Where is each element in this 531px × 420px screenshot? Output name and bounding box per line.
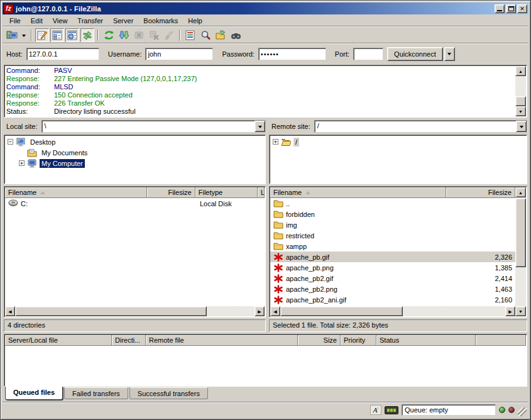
menu-help[interactable]: Help <box>183 16 207 26</box>
scroll-left-button[interactable]: ◀ <box>5 306 15 316</box>
refresh-button[interactable] <box>102 28 116 42</box>
local-horizontal-scrollbar[interactable]: ◀ ▶ <box>5 306 265 316</box>
file-panes: Local site: \ − Desktop <box>3 119 528 332</box>
log-label: Response: <box>6 99 54 108</box>
message-log-body[interactable]: Command:PASV Response:227 Entering Passi… <box>5 66 515 116</box>
site-manager-dropdown[interactable] <box>20 29 28 41</box>
file-row-c-drive[interactable]: C: Local Disk <box>5 198 265 209</box>
tree-item-my-documents[interactable]: My Documents <box>5 147 265 158</box>
file-row[interactable]: apache_pb2.gif 2,414 <box>270 273 515 284</box>
menu-transfer[interactable]: Transfer <box>73 16 107 26</box>
filter-button[interactable] <box>183 28 197 42</box>
file-row[interactable]: apache_pb2.png 1,463 <box>270 284 515 294</box>
local-site-dropdown[interactable] <box>255 121 265 132</box>
column-header-size[interactable]: Size <box>298 335 341 346</box>
tab-successful-transfers[interactable]: Successful transfers <box>129 387 208 399</box>
scroll-thumb[interactable] <box>280 306 403 316</box>
remote-vertical-scrollbar[interactable]: ▲ ▼ <box>515 187 526 316</box>
column-header-filesize[interactable]: Filesize <box>147 187 195 198</box>
my-documents-icon <box>27 148 37 157</box>
scroll-thumb[interactable] <box>515 96 526 106</box>
password-input[interactable] <box>258 48 326 60</box>
remote-tree[interactable]: + / <box>269 135 527 184</box>
file-row[interactable]: forbidden <box>270 209 515 219</box>
scroll-thumb[interactable] <box>15 306 207 316</box>
expand-icon[interactable]: + <box>19 160 25 166</box>
tree-item-my-computer[interactable]: + My Computer <box>5 158 265 169</box>
toggle-remote-tree-button[interactable] <box>65 28 79 42</box>
local-site-combobox[interactable]: \ <box>41 120 266 133</box>
menu-bookmarks[interactable]: Bookmarks <box>139 16 182 26</box>
scroll-down-button[interactable]: ▼ <box>515 106 526 116</box>
port-input[interactable] <box>353 48 383 60</box>
menu-edit[interactable]: Edit <box>26 16 47 26</box>
toggle-local-tree-button[interactable] <box>50 28 64 42</box>
file-row[interactable]: restricted <box>270 230 515 241</box>
menu-file[interactable]: File <box>5 16 25 26</box>
local-tree[interactable]: − Desktop <box>4 135 266 184</box>
resize-grip[interactable] <box>518 407 527 416</box>
column-header-remote-file[interactable]: Remote file <box>146 335 298 346</box>
cancel-operation-button[interactable] <box>132 28 146 42</box>
site-manager-button[interactable] <box>5 28 19 42</box>
collapse-icon[interactable]: − <box>8 139 13 145</box>
local-list-rows[interactable]: C: Local Disk <box>5 198 265 306</box>
cancel-icon <box>134 30 144 40</box>
column-header-priority[interactable]: Priority <box>341 335 376 346</box>
file-row[interactable]: apache_pb2_ani.gif 2,160 <box>270 294 515 305</box>
find-files-button[interactable] <box>229 28 243 42</box>
column-header-filesize[interactable]: Filesize <box>446 187 515 198</box>
filezilla-window: fz john@127.0.0.1 - FileZilla ✕ File Edi… <box>0 0 531 420</box>
scroll-left-button[interactable]: ◀ <box>270 306 280 316</box>
host-label: Host: <box>6 50 23 58</box>
remote-site-dropdown[interactable] <box>516 121 527 132</box>
quickconnect-button[interactable]: Quickconnect <box>387 47 443 61</box>
toggle-transfer-queue-button[interactable] <box>80 28 94 42</box>
maximize-button[interactable] <box>506 4 516 13</box>
column-header-last-modified[interactable]: L <box>258 187 265 198</box>
column-header-filetype[interactable]: Filetype <box>195 187 258 198</box>
scroll-up-button[interactable]: ▲ <box>515 66 526 76</box>
tree-item-root[interactable]: + / <box>270 136 526 147</box>
column-header-server-local-file[interactable]: Server/Local file <box>5 335 112 346</box>
menu-server[interactable]: Server <box>109 16 138 26</box>
directory-comparison-button[interactable] <box>199 28 212 42</box>
expand-icon[interactable]: + <box>273 139 278 145</box>
username-label: Username: <box>108 50 142 58</box>
image-file-icon <box>273 274 283 283</box>
tab-failed-transfers[interactable]: Failed transfers <box>64 387 128 399</box>
scroll-down-button[interactable]: ▼ <box>515 306 526 316</box>
scroll-up-button[interactable]: ▲ <box>515 187 526 197</box>
tab-queued-files[interactable]: Queued files <box>5 387 63 400</box>
quickconnect-dropdown[interactable] <box>444 47 455 61</box>
host-input[interactable] <box>26 48 99 60</box>
file-row[interactable]: xampp <box>270 241 515 251</box>
file-row[interactable]: apache_pb.png 1,385 <box>270 262 515 273</box>
minimize-button[interactable] <box>495 4 505 13</box>
reconnect-button[interactable] <box>162 28 176 42</box>
process-queue-button[interactable] <box>117 28 131 42</box>
username-input[interactable] <box>145 48 213 60</box>
scroll-right-button[interactable]: ▶ <box>255 306 265 316</box>
scroll-thumb[interactable] <box>515 198 526 267</box>
scroll-right-button[interactable]: ▶ <box>505 306 515 316</box>
remote-list-rows[interactable]: .. forbidden img restricted <box>270 198 515 306</box>
close-button[interactable]: ✕ <box>517 4 527 13</box>
menu-view[interactable]: View <box>48 16 72 26</box>
column-header-filename[interactable]: Filename <box>5 187 147 198</box>
remote-horizontal-scrollbar[interactable]: ◀ ▶ <box>270 306 515 316</box>
synchronized-browsing-button[interactable] <box>214 28 227 42</box>
log-vertical-scrollbar[interactable]: ▲ ▼ <box>515 66 526 116</box>
file-row-selected[interactable]: apache_pb.gif 2,326 <box>270 251 515 262</box>
column-header-filename[interactable]: Filename <box>270 187 446 198</box>
disconnect-button[interactable] <box>147 28 161 42</box>
queue-body[interactable] <box>5 346 526 385</box>
column-header-status[interactable]: Status <box>376 335 476 346</box>
file-row[interactable]: img <box>270 219 515 230</box>
title-bar[interactable]: fz john@127.0.0.1 - FileZilla ✕ <box>3 3 528 14</box>
column-header-direction[interactable]: Directi... <box>112 335 146 346</box>
tree-item-desktop[interactable]: − Desktop <box>5 136 265 147</box>
toggle-message-log-button[interactable] <box>35 28 49 42</box>
remote-site-combobox[interactable]: / <box>314 120 527 133</box>
file-row[interactable]: .. <box>270 198 515 209</box>
